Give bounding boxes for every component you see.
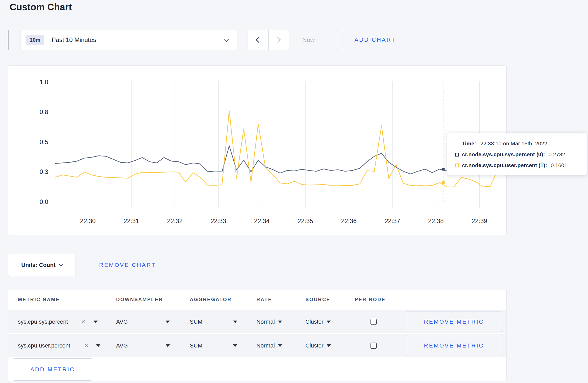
svg-text:22:35: 22:35 [298,217,313,224]
caret-down-icon[interactable] [166,344,170,347]
chevron-right-icon [275,37,281,43]
metric-name-caret [96,334,100,357]
downsampler-select[interactable]: AVG [116,310,128,333]
metric-name-caret [94,310,98,333]
aggregator-select[interactable]: SUM [190,334,202,357]
add-chart-button[interactable]: ADD CHART [337,30,413,50]
svg-text:22:33: 22:33 [211,217,226,224]
caret-down-icon[interactable] [94,321,98,323]
svg-text:22:36: 22:36 [341,217,357,224]
add-metric-button[interactable]: ADD METRIC [13,358,92,381]
per-node-cell [370,334,377,357]
caret-down-icon[interactable] [233,321,237,323]
svg-text:22:31: 22:31 [124,217,139,224]
caret-down-icon [327,344,331,347]
source-select[interactable]: Cluster [305,334,331,357]
per-node-cell [370,310,377,333]
aggregator-caret [233,310,237,333]
rate-value: Normal [256,318,275,325]
svg-text:0.0: 0.0 [40,198,48,205]
series-sys-swatch-icon [455,153,459,157]
clear-metric-icon[interactable]: × [85,334,89,357]
svg-text:0.5: 0.5 [40,138,48,145]
source-select[interactable]: Cluster [305,310,331,333]
caret-down-icon [327,321,331,323]
chevron-down-icon [59,263,63,266]
svg-text:22:34: 22:34 [254,217,270,224]
table-row: sys.cpu.sys.percent × AVG SUM Normal Clu… [8,310,506,333]
units-label: Units: Count [21,262,55,268]
page-title: Custom Chart [10,1,72,14]
aggregator-caret [233,334,237,357]
metrics-table: METRIC NAME DOWNSAMPLER AGGREGATOR RATE … [8,290,507,381]
remove-chart-button[interactable]: REMOVE CHART [81,254,174,276]
chart-svg[interactable]: 0.00.30.50.81.022:3022:3122:3222:3322:34… [8,66,506,235]
per-node-checkbox[interactable] [370,343,377,349]
time-range-badge: 10m [26,35,44,45]
column-header-downsampler: DOWNSAMPLER [116,297,163,302]
column-header-per-node: PER NODE [355,297,386,302]
rate-value: Normal [256,342,275,349]
remove-metric-button[interactable]: REMOVE METRIC [406,311,502,332]
time-range-label: Past 10 Minutes [52,36,96,44]
metric-name-value[interactable]: sys.cpu.user.percent [18,334,70,357]
chart-hover-tooltip: Time: 22:38:10 on Mar 15th, 2022 cr.node… [447,133,587,175]
tooltip-time-label: Time: [462,140,476,147]
units-dropdown[interactable]: Units: Count [8,254,75,276]
caret-down-icon[interactable] [233,344,237,347]
time-range-dropdown[interactable]: 10m Past 10 Minutes [20,30,237,50]
chevron-left-icon [256,37,262,43]
caret-down-icon[interactable] [96,344,100,347]
column-header-metric-name: METRIC NAME [18,297,60,302]
svg-text:22:39: 22:39 [472,217,487,224]
svg-text:22:37: 22:37 [384,217,400,224]
column-header-rate: RATE [256,297,272,302]
svg-text:1.0: 1.0 [40,79,48,86]
tooltip-time-value: 22:38:10 on Mar 15th, 2022 [480,140,547,147]
tooltip-series-value: 0.1601 [551,162,567,168]
column-header-source: SOURCE [305,297,330,302]
svg-text:0.8: 0.8 [40,108,48,115]
metrics-table-header: METRIC NAME DOWNSAMPLER AGGREGATOR RATE … [8,290,506,310]
downsampler-caret [166,310,170,333]
remove-metric-button[interactable]: REMOVE METRIC [406,335,502,356]
tooltip-series-value: 0.2732 [549,151,565,158]
table-row: sys.cpu.user.percent × AVG SUM Normal Cl… [8,334,506,357]
source-value: Cluster [305,318,324,325]
caret-down-icon [278,321,282,323]
svg-text:22:38: 22:38 [428,217,444,224]
chart-card: 0.00.30.50.81.022:3022:3122:3222:3322:34… [8,65,507,235]
now-button[interactable]: Now [293,30,324,50]
aggregator-select[interactable]: SUM [190,310,202,333]
chevron-down-icon [224,37,229,42]
source-value: Cluster [305,342,324,349]
clear-metric-icon[interactable]: × [81,310,85,333]
rate-select[interactable]: Normal [256,334,282,357]
per-node-checkbox[interactable] [370,319,377,325]
metric-name-value[interactable]: sys.cpu.sys.percent [18,310,68,333]
prev-time-button[interactable] [248,30,268,50]
caret-down-icon [278,344,282,347]
svg-text:22:30: 22:30 [80,217,96,224]
svg-text:0.3: 0.3 [40,168,48,175]
downsampler-select[interactable]: AVG [116,334,128,357]
time-pager [248,30,289,50]
downsampler-caret [166,334,170,357]
toolbar: 10m Past 10 Minutes Now ADD CHART [0,30,588,50]
toolbar-accent-divider [8,30,9,50]
series-user-swatch-icon [455,164,459,167]
tooltip-series-name: cr.node.sys.cpu.sys.percent (0): [462,151,545,158]
svg-text:22:32: 22:32 [167,217,183,224]
next-time-button[interactable] [268,30,289,50]
rate-select[interactable]: Normal [256,310,282,333]
column-header-aggregator: AGGREGATOR [190,297,232,302]
caret-down-icon[interactable] [166,321,170,323]
tooltip-series-name: cr.node.sys.cpu.user.percent (1): [462,162,547,168]
